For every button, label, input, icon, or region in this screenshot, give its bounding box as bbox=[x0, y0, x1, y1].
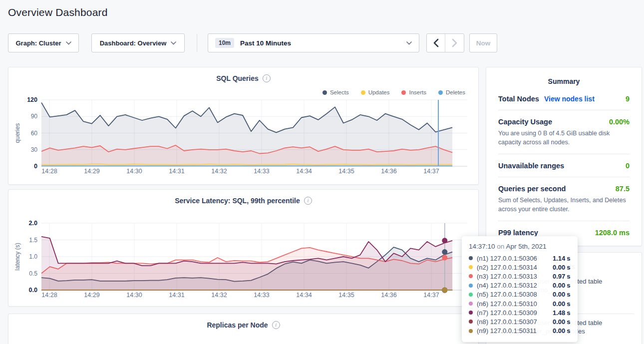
svg-text:1.0: 1.0 bbox=[29, 253, 37, 260]
svg-text:120: 120 bbox=[27, 96, 37, 103]
svg-text:0.0: 0.0 bbox=[29, 287, 37, 294]
svg-text:14:34: 14:34 bbox=[296, 168, 312, 175]
svg-text:14:35: 14:35 bbox=[338, 168, 354, 175]
node-address: (n4) 127.0.0.1:50312 bbox=[477, 282, 553, 289]
summary-row-unavailable-ranges: Unavailable ranges 0 bbox=[498, 154, 630, 177]
graph-scope-dropdown[interactable]: Graph: Cluster bbox=[8, 33, 79, 52]
node-latency-value: 0.00s bbox=[553, 318, 571, 326]
tooltip-node-row: (n2) 127.0.0.1:503140.00s bbox=[469, 263, 571, 272]
now-button[interactable]: Now bbox=[469, 33, 497, 52]
replicas-chart-title: Replicas per Node bbox=[207, 321, 268, 329]
node-address: (n3) 127.0.0.1:50313 bbox=[477, 273, 553, 280]
summary-heading: Summary bbox=[498, 77, 630, 85]
graph-scope-label: Graph: Cluster bbox=[15, 39, 61, 47]
node-series-dot-icon bbox=[469, 293, 473, 297]
chart-hover-tooltip: 14:37:10 on Apr 5th, 2021 (n1) 127.0.0.1… bbox=[462, 236, 578, 342]
summary-row-capacity: Capacity Usage 0.00% You are using 0 B o… bbox=[498, 110, 630, 154]
node-address: (n9) 127.0.0.1:50311 bbox=[477, 327, 553, 335]
svg-text:0.5: 0.5 bbox=[29, 270, 37, 277]
dashboard-dropdown[interactable]: Dashboard: Overview bbox=[91, 33, 185, 52]
node-address: (n5) 127.0.0.1:50308 bbox=[477, 291, 553, 298]
info-icon[interactable]: i bbox=[272, 321, 280, 329]
chevron-down-icon bbox=[171, 41, 176, 45]
node-latency-value: 1.14s bbox=[553, 255, 571, 262]
time-range-pager bbox=[426, 33, 464, 52]
node-series-dot-icon bbox=[469, 274, 473, 278]
tooltip-node-row: (n7) 127.0.0.1:503091.48s bbox=[469, 308, 571, 317]
capacity-usage-description: You are using 0 B of 4.5 GiB usable disk… bbox=[498, 129, 630, 147]
svg-text:0: 0 bbox=[34, 163, 37, 170]
node-latency-value: 0.00s bbox=[553, 300, 571, 308]
tooltip-node-row: (n8) 127.0.0.1:503070.00s bbox=[469, 317, 571, 326]
node-series-dot-icon bbox=[469, 256, 473, 260]
time-range-badge: 10m bbox=[215, 38, 234, 48]
chevron-down-icon bbox=[66, 41, 71, 45]
time-range-dropdown[interactable]: 10m Past 10 Minutes bbox=[208, 33, 419, 52]
tooltip-timestamp: 14:37:10 on Apr 5th, 2021 bbox=[469, 243, 571, 250]
capacity-usage-value: 0.00% bbox=[609, 118, 630, 126]
summary-panel: Summary Total Nodes View nodes list 9 Ca… bbox=[486, 67, 642, 246]
p99-latency-value: 1208.0 ms bbox=[595, 229, 630, 237]
node-latency-value: 0.00s bbox=[553, 264, 571, 271]
node-address: (n1) 127.0.0.1:50306 bbox=[477, 255, 553, 262]
svg-text:14:36: 14:36 bbox=[381, 168, 396, 175]
qps-value: 87.5 bbox=[616, 185, 630, 193]
node-series-dot-icon bbox=[469, 265, 473, 269]
svg-text:14:34: 14:34 bbox=[296, 292, 312, 299]
svg-text:14:30: 14:30 bbox=[126, 168, 142, 175]
node-series-dot-icon bbox=[469, 284, 473, 288]
svg-text:60: 60 bbox=[31, 130, 38, 137]
svg-text:14:33: 14:33 bbox=[254, 168, 269, 175]
svg-text:14:30: 14:30 bbox=[126, 292, 142, 299]
svg-text:14:31: 14:31 bbox=[169, 292, 184, 299]
svg-text:latency (s): latency (s) bbox=[14, 243, 21, 270]
svg-text:14:28: 14:28 bbox=[41, 292, 57, 299]
node-latency-value: 1.48s bbox=[553, 309, 571, 317]
svg-text:14:37: 14:37 bbox=[423, 168, 439, 175]
chevron-left-icon bbox=[433, 38, 439, 47]
service-latency-chart-card: Service Latency: SQL, 99th percentile i … bbox=[8, 189, 479, 307]
svg-text:14:28: 14:28 bbox=[41, 168, 57, 175]
tooltip-node-row: (n6) 127.0.0.1:503100.00s bbox=[469, 299, 571, 308]
node-series-dot-icon bbox=[469, 302, 473, 306]
chevron-right-icon bbox=[452, 38, 458, 47]
node-address: (n7) 127.0.0.1:50309 bbox=[477, 309, 553, 317]
svg-text:queries: queries bbox=[14, 123, 21, 143]
service-latency-plot[interactable]: 0.00.51.01.52.014:2814:2914:3014:3114:32… bbox=[8, 190, 478, 306]
svg-text:14:32: 14:32 bbox=[211, 292, 227, 299]
node-series-dot-icon bbox=[469, 311, 473, 315]
node-series-dot-icon bbox=[469, 320, 473, 324]
node-latency-value: 0.00s bbox=[553, 291, 571, 298]
summary-row-total-nodes: Total Nodes View nodes list 9 bbox=[498, 87, 630, 110]
sql-queries-plot[interactable]: 030609012014:2814:2914:3014:3114:3214:33… bbox=[8, 67, 478, 184]
summary-row-qps: Queries per second 87.5 Sum of Selects, … bbox=[498, 177, 630, 221]
next-range-button[interactable] bbox=[445, 34, 464, 52]
svg-text:14:36: 14:36 bbox=[381, 292, 396, 299]
unavailable-ranges-value: 0 bbox=[626, 162, 630, 170]
svg-text:90: 90 bbox=[31, 113, 38, 120]
svg-text:14:35: 14:35 bbox=[338, 292, 354, 299]
total-nodes-label: Total Nodes bbox=[498, 95, 539, 103]
svg-text:14:33: 14:33 bbox=[254, 292, 269, 299]
p99-latency-label: P99 latency bbox=[498, 229, 538, 237]
qps-label: Queries per second bbox=[498, 185, 566, 193]
unavailable-ranges-label: Unavailable ranges bbox=[498, 162, 564, 170]
svg-text:14:31: 14:31 bbox=[169, 168, 184, 175]
svg-text:14:29: 14:29 bbox=[84, 168, 99, 175]
svg-text:2.0: 2.0 bbox=[29, 220, 37, 227]
prev-range-button[interactable] bbox=[427, 34, 445, 52]
controls-divider bbox=[197, 34, 197, 52]
view-nodes-list-link[interactable]: View nodes list bbox=[544, 95, 595, 103]
node-series-dot-icon bbox=[469, 329, 473, 333]
svg-text:30: 30 bbox=[31, 146, 38, 153]
total-nodes-value: 9 bbox=[626, 95, 630, 103]
node-latency-value: 0.00s bbox=[553, 327, 571, 335]
node-address: (n8) 127.0.0.1:50307 bbox=[477, 318, 553, 326]
capacity-usage-label: Capacity Usage bbox=[498, 118, 552, 126]
node-latency-value: 0.00s bbox=[553, 282, 571, 289]
svg-text:14:32: 14:32 bbox=[211, 168, 227, 175]
chevron-down-icon bbox=[406, 41, 412, 45]
tooltip-node-row: (n3) 127.0.0.1:503130.97s bbox=[469, 272, 571, 281]
sql-queries-chart-card: SQL Queries i Selects Updates Inserts De… bbox=[8, 67, 479, 185]
tooltip-node-row: (n5) 127.0.0.1:503080.00s bbox=[469, 290, 571, 299]
